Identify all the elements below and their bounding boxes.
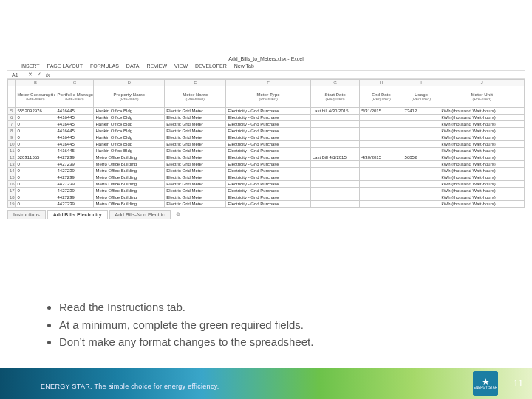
cell[interactable]: 4416445 [55,121,94,128]
cell[interactable]: Hankin Office Bldg [94,115,165,121]
cell[interactable] [310,174,360,181]
cell[interactable]: 0 [16,188,55,194]
row-number[interactable]: 11 [8,148,16,154]
ribbon-tab[interactable]: DEVELOPER [195,64,227,69]
cell[interactable] [360,181,403,188]
row-number[interactable]: 6 [8,115,16,121]
cell[interactable]: kWh (thousand Watt-hours) [440,194,525,201]
cell[interactable]: Hankin Office Bldg [94,108,165,115]
cell[interactable]: Metro Office Building [94,154,165,161]
cell[interactable]: Hankin Office Bldg [94,141,165,148]
cell[interactable]: 4416445 [55,141,94,148]
cell[interactable]: 0 [16,128,55,134]
cell[interactable]: Electricity - Grid Purchase [226,188,310,194]
cell[interactable]: Hankin Office Bldg [94,128,165,134]
cell[interactable]: 0 [16,194,55,201]
cell[interactable]: Hankin Office Bldg [94,134,165,141]
cell[interactable] [403,128,440,134]
cell[interactable] [310,128,360,134]
cell[interactable]: 4427239 [55,168,94,174]
cell[interactable]: Electricity - Grid Purchase [226,148,310,154]
cell[interactable]: Metro Office Building [94,174,165,181]
cell[interactable]: Metro Office Building [94,168,165,174]
cell[interactable]: Electricity - Grid Purchase [226,121,310,128]
cell[interactable]: 4416445 [55,134,94,141]
cell[interactable] [310,121,360,128]
cell[interactable]: 4416445 [55,148,94,154]
cell[interactable]: Electricity - Grid Purchase [226,181,310,188]
cell[interactable]: Electric Grid Meter [165,181,226,188]
row-number[interactable]: 13 [8,161,16,168]
cell[interactable]: kWh (thousand Watt-hours) [440,181,525,188]
row-number[interactable]: 14 [8,168,16,174]
cell[interactable]: 4427239 [55,174,94,181]
cell[interactable]: Metro Office Building [94,201,165,208]
cell[interactable] [403,141,440,148]
add-sheet-icon[interactable]: ⊕ [172,210,184,219]
cell[interactable] [310,181,360,188]
cell[interactable]: Last bill 4/30/2015 [310,108,360,115]
cell[interactable]: Electricity - Grid Purchase [226,168,310,174]
ribbon-tab[interactable]: New Tab [234,64,254,69]
cell[interactable]: kWh (thousand Watt-hours) [440,161,525,168]
cell[interactable] [360,121,403,128]
cell[interactable]: kWh (thousand Watt-hours) [440,128,525,134]
cell[interactable]: Metro Office Building [94,194,165,201]
cell[interactable]: Electric Grid Meter [165,188,226,194]
cell[interactable] [403,174,440,181]
cell[interactable]: 0 [16,134,55,141]
col-letter[interactable]: D [94,80,165,86]
cell[interactable]: 5/31/2015 [360,108,403,115]
ribbon-tab[interactable]: FORMULAS [90,64,119,69]
row-number[interactable]: 10 [8,141,16,148]
cell[interactable]: 4427239 [55,201,94,208]
cell[interactable]: Electricity - Grid Purchase [226,174,310,181]
row-number[interactable]: 7 [8,121,16,128]
cell[interactable]: 56852 [403,154,440,161]
sheet-tab-active[interactable]: Add Bills Electricity [47,210,108,219]
cell[interactable]: Metro Office Building [94,161,165,168]
cell[interactable]: Electric Grid Meter [165,121,226,128]
fx-icon[interactable]: fx [46,72,50,78]
cell[interactable]: kWh (thousand Watt-hours) [440,154,525,161]
col-letter[interactable]: F [226,80,310,86]
cell[interactable] [403,134,440,141]
cell[interactable]: Electricity - Grid Purchase [226,141,310,148]
cell[interactable]: Electric Grid Meter [165,168,226,174]
cell[interactable] [403,201,440,208]
cell[interactable]: Electricity - Grid Purchase [226,115,310,121]
cell[interactable] [310,188,360,194]
cell[interactable] [360,168,403,174]
cell[interactable] [360,148,403,154]
cell[interactable]: Metro Office Building [94,181,165,188]
cell[interactable]: 5552092976 [16,108,55,115]
cell[interactable]: Hankin Office Bldg [94,148,165,154]
cell[interactable]: kWh (thousand Watt-hours) [440,174,525,181]
cell[interactable]: Last Bill 4/1/2015 [310,154,360,161]
cell[interactable]: 0 [16,115,55,121]
cell[interactable] [403,115,440,121]
cell[interactable]: Electricity - Grid Purchase [226,154,310,161]
ribbon-tab[interactable]: DATA [126,64,140,69]
cell[interactable]: 0 [16,174,55,181]
row-number[interactable]: 15 [8,174,16,181]
row-number[interactable]: 19 [8,201,16,208]
cell[interactable]: kWh (thousand Watt-hours) [440,148,525,154]
col-letter[interactable]: B [16,80,55,86]
cell[interactable]: Electricity - Grid Purchase [226,161,310,168]
ribbon-tab[interactable]: REVIEW [146,64,167,69]
cell[interactable] [403,148,440,154]
cell[interactable] [360,188,403,194]
col-letter[interactable]: C [55,80,94,86]
cell[interactable] [360,134,403,141]
cell[interactable]: Electricity - Grid Purchase [226,128,310,134]
sheet-tab[interactable]: Add Bills-Non Electric [109,210,171,219]
cell[interactable]: Electricity - Grid Purchase [226,201,310,208]
ribbon-tab[interactable]: VIEW [174,64,188,69]
cell[interactable]: Electricity - Grid Purchase [226,134,310,141]
row-number[interactable]: 18 [8,194,16,201]
cell[interactable] [310,134,360,141]
cell[interactable]: 4427239 [55,194,94,201]
cell[interactable]: kWh (thousand Watt-hours) [440,121,525,128]
cell[interactable] [403,161,440,168]
